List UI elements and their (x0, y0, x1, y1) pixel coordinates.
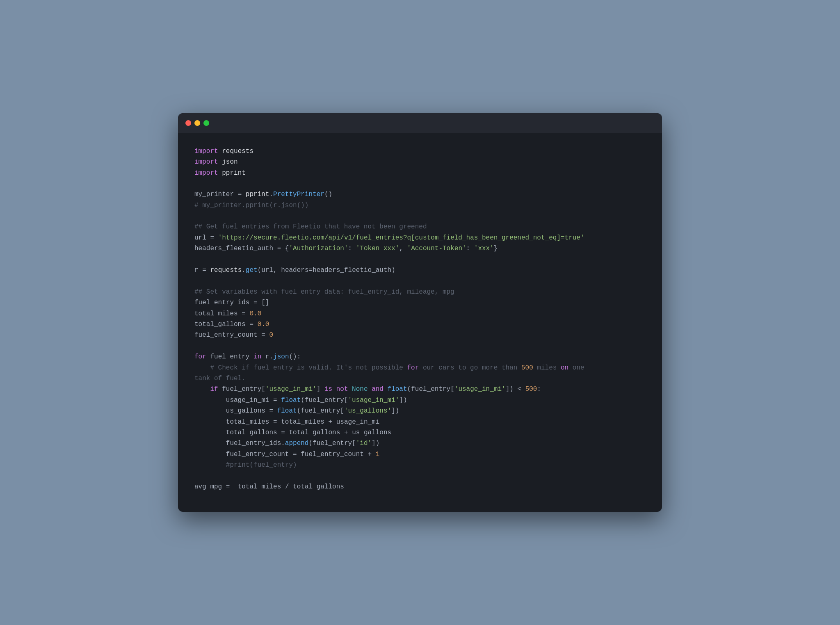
close-button[interactable] (185, 120, 191, 126)
maximize-button[interactable] (203, 120, 209, 126)
code-editor[interactable]: import requests import json import pprin… (178, 133, 662, 512)
titlebar (178, 113, 662, 133)
minimize-button[interactable] (194, 120, 200, 126)
code-window: import requests import json import pprin… (178, 113, 662, 512)
